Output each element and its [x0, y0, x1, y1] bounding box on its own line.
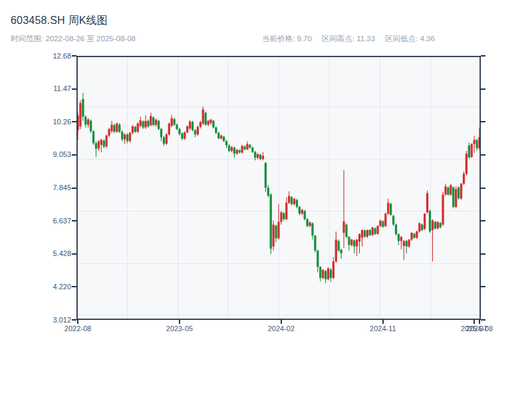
price-summary: 当前价格: 9.70区间高点: 11.33区间低点: 4.36	[262, 34, 445, 44]
x-tick-label: 2025-08	[458, 325, 501, 332]
y-tick-mark	[481, 121, 485, 122]
y-tick-mark	[72, 188, 76, 189]
page-title: 603458.SH 周K线图	[11, 14, 108, 28]
x-tick-label: 2023-05	[158, 325, 201, 332]
range-high: 区间高点: 11.33	[322, 35, 375, 43]
x-tick-mark	[382, 320, 384, 324]
candlestick-canvas	[76, 56, 481, 320]
x-tick-mark	[473, 320, 475, 324]
x-tick-mark	[281, 320, 282, 324]
y-tick-mark	[72, 154, 76, 156]
y-tick-label: 9.053	[25, 150, 71, 158]
x-tick-mark	[77, 320, 78, 324]
y-tick-mark	[481, 319, 485, 321]
y-tick-mark	[481, 88, 485, 90]
y-tick-mark	[481, 55, 485, 57]
x-tick-mark	[479, 320, 480, 324]
y-tick-label: 4.220	[25, 283, 71, 291]
y-tick-mark	[72, 121, 76, 122]
y-tick-mark	[72, 88, 76, 90]
plot-area	[76, 56, 481, 320]
y-tick-label: 7.845	[25, 184, 71, 192]
y-tick-mark	[72, 220, 76, 221]
current-price: 当前价格: 9.70	[262, 35, 312, 43]
y-tick-label: 6.637	[25, 217, 71, 225]
y-tick-label: 12.68	[25, 52, 71, 60]
y-tick-label: 3.012	[25, 316, 71, 324]
y-tick-mark	[72, 253, 76, 255]
y-tick-mark	[72, 55, 76, 57]
y-tick-mark	[481, 286, 485, 287]
x-tick-mark	[179, 320, 180, 324]
y-tick-mark	[72, 319, 76, 321]
kline-app: 603458.SH 周K线图 时间范围: 2022-08-26 至 2025-0…	[0, 0, 532, 399]
y-tick-mark	[481, 220, 485, 221]
y-tick-mark	[481, 188, 485, 189]
y-tick-label: 10.26	[25, 118, 71, 126]
x-tick-label: 2024-11	[362, 325, 404, 332]
y-tick-mark	[481, 154, 485, 156]
y-tick-label: 5.428	[25, 249, 71, 257]
y-tick-mark	[72, 286, 76, 287]
time-range-label: 时间范围: 2022-08-26 至 2025-08-08	[11, 34, 136, 44]
range-low: 区间低点: 4.36	[385, 35, 435, 43]
y-tick-mark	[481, 253, 485, 255]
x-tick-label: 2024-02	[260, 325, 303, 332]
y-tick-label: 11.47	[25, 84, 71, 92]
x-tick-label: 2022-08	[57, 325, 99, 332]
